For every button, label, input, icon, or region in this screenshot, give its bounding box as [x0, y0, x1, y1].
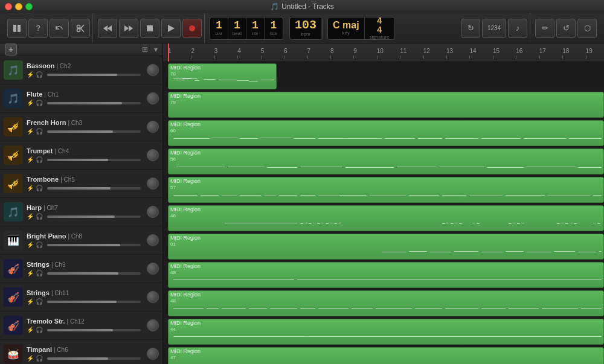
midi-region-2-1[interactable]: MIDI Region79: [168, 92, 604, 118]
scissors-button[interactable]: [71, 19, 90, 38]
ruler[interactable]: 1 2 3 4 5 6 7 8 9 10 11 12 13 14: [163, 43, 604, 62]
track-mute-11[interactable]: ⚡: [27, 355, 34, 362]
track-volume-7[interactable]: [47, 244, 141, 246]
playhead[interactable]: [168, 43, 169, 62]
track-channel-8: | Ch9: [51, 261, 66, 268]
track-solo-4[interactable]: 🎧: [36, 156, 43, 163]
svg-marker-7: [108, 25, 112, 31]
track-knob-11[interactable]: [147, 348, 159, 360]
editors-button[interactable]: ↺: [556, 19, 576, 38]
track-knob-9[interactable]: [147, 291, 159, 303]
midi-region-1-1[interactable]: MIDI Region70: [168, 63, 277, 89]
track-knob-7[interactable]: [147, 234, 159, 246]
track-mute-10[interactable]: ⚡: [27, 327, 34, 333]
track-volume-2[interactable]: [47, 102, 141, 104]
midi-region-8-1[interactable]: MIDI Region48: [168, 262, 604, 288]
sync-button[interactable]: ↻: [461, 19, 480, 38]
track-volume-1[interactable]: [47, 74, 141, 76]
track-mute-4[interactable]: ⚡: [27, 156, 34, 163]
record-button[interactable]: [182, 19, 202, 38]
track-knob-8[interactable]: [147, 263, 159, 275]
stop-button[interactable]: [140, 19, 159, 38]
track-mute-3[interactable]: ⚡: [27, 128, 34, 135]
midi-note-9: [370, 196, 406, 196]
track-mute-2[interactable]: ⚡: [27, 100, 34, 106]
midi-note-1: [176, 80, 185, 80]
track-filter-button2[interactable]: ▾: [154, 45, 158, 54]
midi-region-5-1[interactable]: MIDI Region57: [168, 177, 604, 203]
track-knob-4[interactable]: [147, 149, 159, 161]
midi-region-6-1[interactable]: MIDI Region46: [168, 205, 604, 231]
track-solo-5[interactable]: 🎧: [36, 185, 43, 191]
undo-button[interactable]: [50, 19, 69, 38]
key-display[interactable]: C maj key 4 4 signature: [327, 17, 395, 40]
track-row-8[interactable]: 🎻 Strings | Ch9 ⚡ 🎧: [0, 255, 162, 283]
track-knob-2[interactable]: [147, 92, 159, 104]
track-mute-5[interactable]: ⚡: [27, 185, 34, 191]
track-knob-5[interactable]: [147, 177, 159, 190]
track-knob-3[interactable]: [147, 121, 159, 133]
ruler-tick-11: [400, 56, 400, 59]
track-volume-4[interactable]: [47, 159, 141, 161]
help-button[interactable]: ?: [28, 19, 48, 38]
track-knob-10[interactable]: [147, 319, 159, 331]
track-volume-9[interactable]: [47, 301, 141, 303]
track-row-1[interactable]: 🎵 Bassoon | Ch2 ⚡ 🎧: [0, 56, 162, 85]
maximize-button[interactable]: [25, 3, 33, 10]
library-button[interactable]: [7, 19, 27, 38]
midi-region-3-1[interactable]: MIDI Region60: [168, 120, 604, 146]
track-mute-8[interactable]: ⚡: [27, 270, 34, 276]
track-row-11[interactable]: 🥁 Timpani | Ch6 ⚡ 🎧: [0, 340, 162, 364]
track-mute-1[interactable]: ⚡: [27, 71, 34, 78]
track-row-5[interactable]: 🎺 Trombone | Ch5 ⚡ 🎧: [0, 170, 162, 198]
close-button[interactable]: [5, 3, 12, 10]
smart-controls-button[interactable]: ✏: [535, 19, 554, 38]
track-row-7[interactable]: 🎹 Bright Piano | Ch8 ⚡ 🎧: [0, 226, 162, 255]
track-name-4: Trumpet: [27, 147, 53, 155]
track-volume-5[interactable]: [47, 187, 141, 190]
track-knob-1[interactable]: [147, 64, 159, 76]
track-solo-6[interactable]: 🎧: [36, 213, 43, 220]
track-volume-11[interactable]: [47, 357, 141, 360]
minimize-button[interactable]: [15, 3, 22, 10]
track-row-9[interactable]: 🎻 Strings | Ch11 ⚡ 🎧: [0, 283, 162, 311]
track-solo-1[interactable]: 🎧: [36, 71, 43, 78]
midi-region-9-1[interactable]: MIDI Region48: [168, 290, 604, 316]
midi-region-4-1[interactable]: MIDI Region56: [168, 148, 604, 174]
metronome-button[interactable]: ♪: [508, 19, 527, 38]
rewind-button[interactable]: [98, 19, 117, 38]
bpm-display[interactable]: 103 bpm: [289, 17, 323, 40]
track-filter-button[interactable]: ⊞: [142, 45, 148, 54]
track-row-4[interactable]: 🎺 Trumpet | Ch4 ⚡ 🎧: [0, 141, 162, 170]
track-solo-3[interactable]: 🎧: [36, 128, 43, 135]
midi-region-11-1[interactable]: MIDI Region47: [168, 347, 604, 364]
midi-region-7-1[interactable]: MIDI Region01: [168, 234, 604, 260]
fast-forward-button[interactable]: [119, 19, 138, 38]
position-display[interactable]: 1 bar 1 beat 1 div 1 tick: [210, 17, 283, 40]
track-solo-2[interactable]: 🎧: [36, 100, 43, 106]
track-volume-8[interactable]: [47, 272, 141, 275]
midi-region-10-1[interactable]: MIDI Region44: [168, 319, 604, 345]
play-button[interactable]: [161, 19, 181, 38]
add-track-button[interactable]: +: [5, 43, 17, 56]
track-row-3[interactable]: 🎺 French Horn | Ch3 ⚡ 🎧: [0, 113, 162, 141]
track-row-10[interactable]: 🎻 Tremolo Str. | Ch12 ⚡ 🎧: [0, 311, 162, 340]
mixer-button[interactable]: ⬡: [577, 19, 597, 38]
count-button[interactable]: 1234: [482, 19, 506, 38]
track-solo-9[interactable]: 🎧: [36, 298, 43, 305]
track-volume-10[interactable]: [47, 329, 141, 331]
track-solo-11[interactable]: 🎧: [36, 355, 43, 362]
track-row-6[interactable]: 🎵 Harp | Ch7 ⚡ 🎧: [0, 198, 162, 226]
track-solo-7[interactable]: 🎧: [36, 241, 43, 248]
track-mute-7[interactable]: ⚡: [27, 241, 34, 248]
track-solo-8[interactable]: 🎧: [36, 270, 43, 276]
midi-note-4: [313, 223, 316, 223]
track-mute-6[interactable]: ⚡: [27, 213, 34, 220]
track-solo-10[interactable]: 🎧: [36, 327, 43, 333]
track-row-2[interactable]: 🎵 Flute | Ch1 ⚡ 🎧: [0, 85, 162, 113]
track-knob-6[interactable]: [147, 206, 159, 218]
track-mute-9[interactable]: ⚡: [27, 298, 34, 305]
track-volume-6[interactable]: [47, 216, 141, 218]
tracks-content[interactable]: MIDI Region70MIDI Region79MIDI Region60M…: [163, 62, 604, 364]
track-volume-3[interactable]: [47, 130, 141, 133]
